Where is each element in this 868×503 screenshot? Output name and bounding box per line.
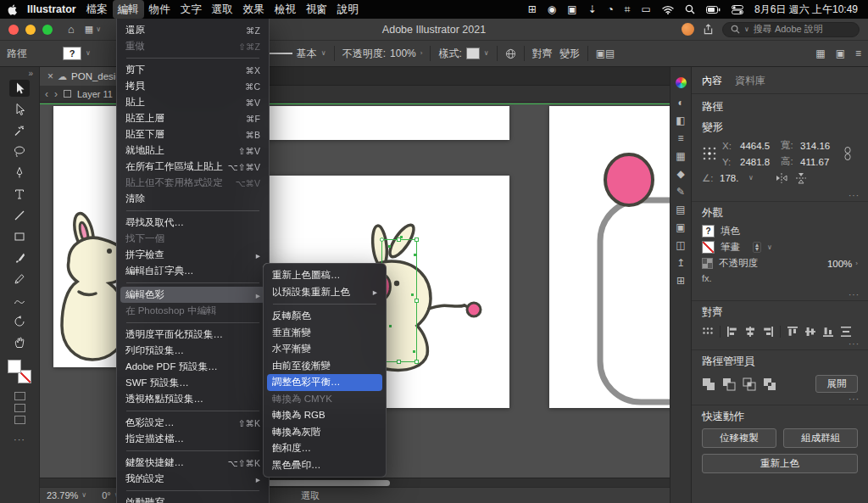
selection-bounding-box[interactable]: [381, 239, 417, 362]
menu-item[interactable]: 編輯色彩▸: [120, 287, 265, 303]
swatches-panel-icon[interactable]: ▦: [676, 151, 685, 161]
flip-horizontal-icon[interactable]: [776, 172, 787, 184]
minus-front-icon[interactable]: [722, 377, 736, 391]
selection-handle[interactable]: [415, 299, 419, 303]
zoom-level[interactable]: 23.79%: [47, 490, 78, 500]
download-icon[interactable]: ⇣: [588, 4, 597, 14]
menu-item[interactable]: 貼至下層⌘B: [120, 126, 265, 143]
menubar-item[interactable]: 文字: [175, 0, 207, 19]
pencil-tool[interactable]: [9, 271, 30, 288]
menu-item[interactable]: 黑色疊印…: [267, 457, 382, 474]
menu-item[interactable]: 清除: [120, 191, 265, 207]
menubar-item[interactable]: 檔案: [81, 0, 113, 19]
help-search-field[interactable]: ∨ 搜尋 Adobe 說明: [722, 22, 860, 37]
menu-item[interactable]: 轉換為灰階: [267, 424, 382, 441]
appearance-panel-icon[interactable]: ◧: [676, 115, 685, 126]
menu-item[interactable]: 拼字檢查▸: [120, 247, 265, 263]
menu-item[interactable]: SWF 預設集…: [120, 375, 265, 391]
expand-button[interactable]: 展開: [815, 375, 858, 393]
menu-item[interactable]: 透明度平面化預設集…: [120, 327, 265, 343]
artboard-top[interactable]: [254, 106, 509, 140]
menu-item[interactable]: 垂直漸變: [267, 325, 382, 342]
menu-item[interactable]: 尋找及取代…: [120, 215, 265, 231]
menubar-clock[interactable]: 8月6日 週六 上午10:49: [754, 3, 858, 17]
menu-item[interactable]: 透視格點預設集…: [120, 391, 265, 407]
minimize-window-button[interactable]: [25, 25, 36, 35]
symbols-panel-icon[interactable]: ◆: [676, 169, 684, 179]
menu-item[interactable]: 我的設定▸: [120, 471, 265, 487]
more-tools-icon[interactable]: ···: [14, 434, 25, 444]
artboards-panel-icon[interactable]: ▣: [676, 222, 685, 232]
align-top-icon[interactable]: [787, 326, 798, 338]
lasso-tool[interactable]: [9, 143, 30, 160]
share-icon[interactable]: [703, 24, 714, 35]
intersect-icon[interactable]: [743, 377, 756, 391]
selection-handle[interactable]: [397, 360, 401, 364]
document-setup-icon[interactable]: [505, 48, 516, 59]
menubar-item[interactable]: Illustrator: [22, 0, 81, 19]
notifications-icon[interactable]: ◔: [608, 4, 614, 14]
menu-item[interactable]: 飽和度…: [267, 440, 382, 457]
selection-tool[interactable]: [9, 80, 30, 97]
battery-icon[interactable]: [706, 6, 721, 14]
anchor-point[interactable]: [400, 236, 403, 238]
anchor-point[interactable]: [389, 325, 392, 327]
fill-stroke-indicator[interactable]: [7, 360, 32, 383]
apple-menu[interactable]: [2, 4, 22, 15]
fill-swatch[interactable]: [8, 360, 21, 373]
paintbrush-tool[interactable]: [9, 249, 30, 266]
stroke-weight-stepper[interactable]: ▴▾: [753, 242, 761, 253]
direct-selection-tool[interactable]: [9, 101, 30, 118]
home-icon[interactable]: ⌂: [68, 23, 75, 36]
menu-item[interactable]: 色彩設定…⇧⌘K: [120, 415, 265, 431]
width-value[interactable]: 314.16: [800, 141, 837, 151]
menu-item[interactable]: 指定描述檔…: [120, 431, 265, 447]
menu-item[interactable]: 在所有工作區域上貼上⌥⇧⌘V: [120, 159, 265, 175]
panel-grid-icon[interactable]: ▣: [836, 48, 845, 59]
draw-behind-mode[interactable]: [14, 404, 25, 412]
selection-handle[interactable]: [415, 238, 419, 242]
offset-path-button[interactable]: 位移複製: [702, 428, 776, 448]
menu-item[interactable]: 貼上⌘V: [120, 94, 265, 110]
color-panel-icon[interactable]: [676, 77, 687, 90]
menu-item[interactable]: 調整色彩平衡…: [267, 374, 382, 391]
menu-item[interactable]: 就地貼上⇧⌘V: [120, 143, 265, 159]
menu-item[interactable]: Adobe PDF 預設集…: [120, 359, 265, 375]
align-grid-icon[interactable]: [702, 326, 714, 338]
recolor-button[interactable]: 重新上色: [702, 454, 858, 473]
menu-item[interactable]: 重新上色圖稿…: [267, 267, 382, 284]
type-tool[interactable]: [9, 186, 30, 203]
fx-button[interactable]: fx.: [702, 273, 858, 283]
keyboard-icon[interactable]: ⌗: [625, 4, 631, 14]
menu-item[interactable]: 反轉顏色: [267, 308, 382, 325]
stroke-swatch[interactable]: [702, 241, 715, 254]
menu-item[interactable]: 列印預設集…: [120, 343, 265, 359]
nav-back-icon[interactable]: ‹: [45, 88, 48, 100]
panel-opacity-control[interactable]: 100% ›: [827, 259, 858, 269]
style-swatch[interactable]: [466, 48, 480, 59]
rotate-tool[interactable]: [9, 313, 30, 330]
transform-shortcut[interactable]: 變形: [559, 47, 580, 61]
arrange-documents-icon[interactable]: ▦∨: [85, 24, 101, 35]
layers-panel-icon[interactable]: ▤: [676, 204, 685, 215]
anchor-point[interactable]: [413, 350, 415, 353]
history-panel-icon[interactable]: ⊞: [676, 276, 685, 286]
spinner-down-icon[interactable]: ▾: [755, 248, 759, 251]
anchor-point[interactable]: [411, 293, 414, 296]
pen-tool[interactable]: [9, 165, 30, 182]
align-bottom-icon[interactable]: [822, 326, 834, 338]
opacity-control[interactable]: 不透明度: 100% ›: [342, 47, 423, 61]
expand-toolbar-icon[interactable]: »: [22, 67, 39, 80]
constrain-proportions-icon[interactable]: [843, 146, 853, 161]
menu-item[interactable]: 以預設集重新上色▸: [267, 284, 382, 301]
style-control[interactable]: 樣式: ∨: [438, 47, 488, 61]
more-options-icon[interactable]: ···: [849, 290, 860, 299]
rotation-value[interactable]: 0°: [102, 490, 111, 500]
menu-item[interactable]: 拷貝⌘C: [120, 78, 265, 94]
align-center-h-icon[interactable]: [744, 326, 756, 338]
apps-grid-icon[interactable]: ⊞: [528, 4, 537, 14]
menubar-item[interactable]: 選取: [207, 0, 238, 19]
layer-name[interactable]: Layer 11: [77, 89, 113, 99]
more-options-icon[interactable]: ···: [849, 191, 860, 200]
menu-item[interactable]: 啟動聽寫…: [120, 495, 265, 503]
